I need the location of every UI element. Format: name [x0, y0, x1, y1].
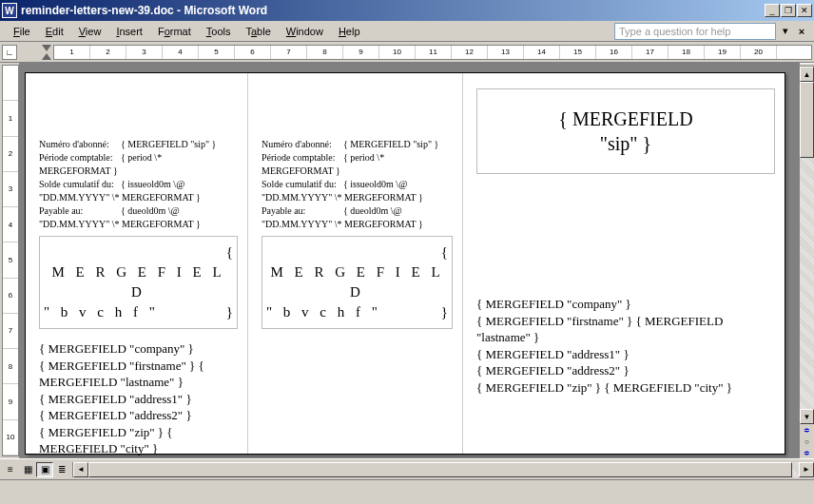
mf-zip: { MERGEFIELD "zip" } {: [39, 424, 238, 441]
normal-view-button[interactable]: ≡: [2, 462, 19, 477]
close-document-button[interactable]: ×: [795, 25, 808, 38]
mf-address2: { MERGEFIELD "address2" }: [476, 362, 775, 379]
scroll-right-button[interactable]: ►: [799, 462, 814, 477]
mergefield-big1: { MERGEFIELD: [506, 107, 746, 131]
mergefield-big2: "sip" }: [506, 131, 746, 156]
ruler-mark: 1: [54, 46, 90, 59]
ruler-mark: 15: [560, 46, 596, 59]
ruler-mark: 9: [343, 46, 379, 59]
horizontal-scrollbar[interactable]: ◄ ►: [73, 462, 814, 477]
ruler-mark: 17: [632, 46, 669, 59]
mergeformat: MERGEFORMAT }: [39, 165, 238, 177]
label-period: Période comptable:: [39, 151, 121, 164]
column-3[interactable]: { MERGEFIELD "sip" } { MERGEFIELD "compa…: [463, 73, 785, 454]
page[interactable]: Numéro d'abonné:{ MERGEFIELD "sip" } Pér…: [25, 72, 785, 455]
menu-view[interactable]: View: [71, 24, 109, 39]
menu-insert[interactable]: Insert: [108, 24, 150, 39]
brace-close: }: [441, 302, 448, 322]
field-issueold: { issueold0m \@: [121, 178, 238, 190]
help-search-box[interactable]: Type a question for help: [614, 23, 776, 40]
vruler-mark: 8: [3, 349, 18, 384]
horizontal-ruler[interactable]: 1 2 3 4 5 6 7 8 9 10 11 12 13 14 15 16 1…: [53, 45, 812, 60]
address-block: { MERGEFIELD "company" } { MERGEFIELD "f…: [39, 340, 238, 457]
minimize-button[interactable]: _: [765, 4, 780, 17]
ruler-mark: 20: [741, 46, 777, 59]
mf-address2: { MERGEFIELD "address2" }: [39, 407, 238, 424]
hscroll-track[interactable]: [88, 462, 799, 477]
scroll-left-button[interactable]: ◄: [73, 462, 88, 477]
field-period: { period \*: [121, 151, 238, 164]
mf-address1: { MERGEFIELD "address1" }: [476, 346, 775, 363]
ruler-mark: 11: [416, 46, 452, 59]
scroll-down-button[interactable]: ▼: [800, 409, 814, 424]
scroll-track[interactable]: [800, 82, 814, 409]
menu-format[interactable]: Format: [150, 24, 199, 39]
vruler-mark: 6: [3, 279, 18, 314]
menu-table[interactable]: Table: [238, 24, 278, 39]
ruler-mark: 8: [307, 46, 343, 59]
vruler-mark: 3: [3, 172, 18, 207]
menu-edit[interactable]: Edit: [38, 24, 71, 39]
hscroll-thumb[interactable]: [88, 462, 792, 477]
print-layout-button[interactable]: ▣: [36, 462, 53, 477]
label-subscriber: Numéro d'abonné:: [262, 138, 343, 150]
brace-open: {: [266, 242, 448, 262]
ruler-mark: 19: [705, 46, 741, 59]
prev-page-button[interactable]: ≑: [800, 424, 814, 436]
vertical-scrollbar[interactable]: ▲ ▼ ≑ ○ ≑: [799, 63, 814, 458]
menu-window[interactable]: Window: [279, 24, 331, 39]
label-payable: Payable au:: [39, 204, 121, 217]
vruler-mark: 10: [3, 420, 18, 456]
vruler-mark: 2: [3, 137, 18, 172]
close-button[interactable]: ✕: [797, 4, 812, 17]
title-bar: W reminder-letters-new-39.doc - Microsof…: [0, 0, 814, 21]
ruler-row: ∟ 1 2 3 4 5 6 7 8 9 10 11 12 13 14 15 16…: [0, 42, 814, 63]
workspace: 1 2 3 4 5 6 7 8 9 10 Numéro d'abonné:{ M…: [0, 63, 814, 458]
mf-company: { MERGEFIELD "company" }: [39, 340, 238, 358]
vruler-mark: 7: [3, 314, 18, 349]
menu-tools[interactable]: Tools: [199, 24, 239, 39]
vruler-mark: 9: [3, 384, 18, 419]
ruler-mark: 14: [524, 46, 560, 59]
vertical-ruler[interactable]: 1 2 3 4 5 6 7 8 9 10: [2, 65, 19, 456]
tab-selector[interactable]: ∟: [2, 45, 17, 60]
mergefield-bvchf: " b v c h f ": [44, 302, 159, 322]
mf-firstname: { MERGEFIELD "firstname" } {: [39, 358, 238, 375]
ruler-mark: 6: [235, 46, 271, 59]
label-solde: Solde cumulatif du:: [262, 178, 343, 190]
help-dropdown-icon[interactable]: ▾: [780, 25, 791, 37]
address-block: { MERGEFIELD "company" } { MERGEFIELD "f…: [476, 296, 775, 396]
field-period: { period \*: [343, 151, 453, 164]
label-subscriber: Numéro d'abonné:: [39, 138, 121, 150]
brace-open: {: [44, 242, 233, 262]
hourglass-icon: [40, 45, 53, 60]
ruler-mark: 16: [596, 46, 632, 59]
mf-city: MERGEFIELD "city" }: [39, 440, 238, 457]
mergefield-text: M E R G E F I E L D: [266, 262, 448, 302]
column-1[interactable]: Numéro d'abonné:{ MERGEFIELD "sip" } Pér…: [26, 73, 248, 454]
scroll-thumb[interactable]: [800, 82, 814, 158]
ruler-mark: 13: [488, 46, 524, 59]
ruler-mark: 10: [379, 46, 416, 59]
browse-object-button[interactable]: ○: [800, 436, 814, 447]
next-page-button[interactable]: ≑: [800, 447, 814, 458]
mergefield-text: M E R G E F I E L D: [44, 262, 233, 302]
mergefield-box: { M E R G E F I E L D " b v c h f "}: [262, 236, 453, 329]
solde-format: "DD.MM.YYYY" \* MERGEFORMAT }: [39, 191, 238, 204]
restore-button[interactable]: ❐: [781, 4, 796, 17]
vruler-mark: 1: [3, 101, 18, 136]
label-period: Période comptable:: [262, 151, 343, 164]
web-view-button[interactable]: ▦: [19, 462, 36, 477]
column-2[interactable]: Numéro d'abonné:{ MERGEFIELD "sip" } Pér…: [248, 73, 463, 454]
menu-help[interactable]: Help: [331, 24, 368, 39]
ruler-mark: 12: [452, 46, 488, 59]
window-title: reminder-letters-new-39.doc - Microsoft …: [21, 4, 765, 17]
field-dueold: { dueold0m \@: [121, 204, 238, 217]
document-area[interactable]: Numéro d'abonné:{ MERGEFIELD "sip" } Pér…: [19, 63, 799, 458]
mf-address1: { MERGEFIELD "address1" }: [39, 391, 238, 408]
outline-view-button[interactable]: ≣: [53, 462, 70, 477]
status-bar: [0, 479, 814, 500]
scroll-up-button[interactable]: ▲: [800, 67, 814, 82]
menu-file[interactable]: File: [6, 24, 38, 39]
mergefield-sip-box: { MERGEFIELD "sip" }: [476, 88, 775, 174]
